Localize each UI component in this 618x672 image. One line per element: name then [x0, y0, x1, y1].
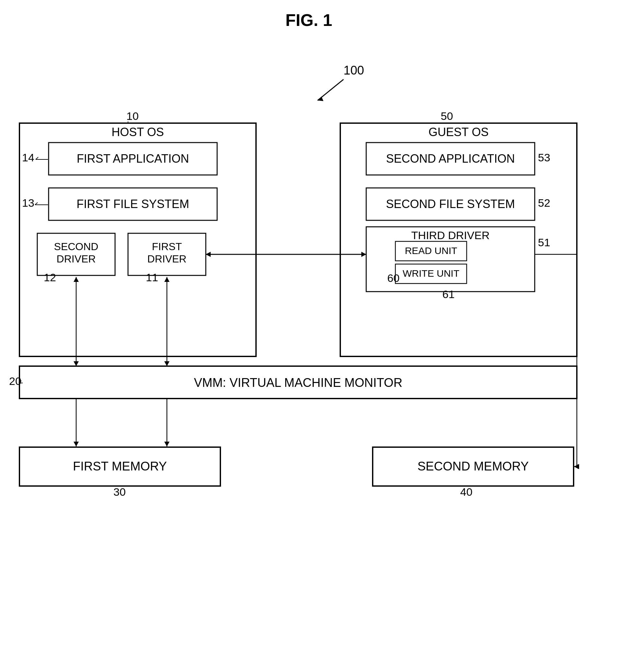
second-file-system-ref: 52 [538, 197, 550, 209]
host-os-label: HOST OS [111, 125, 164, 139]
second-application-ref: 53 [538, 151, 550, 163]
third-driver-label: THIRD DRIVER [411, 229, 490, 241]
first-driver-ref: 11 [146, 271, 158, 284]
second-driver-label-line2: DRIVER [57, 253, 96, 265]
second-file-system-label: SECOND FILE SYSTEM [386, 197, 515, 211]
first-application-label: FIRST APPLICATION [77, 152, 189, 165]
diagram-ref-100: 100 [343, 64, 364, 77]
svg-marker-16 [74, 442, 79, 446]
svg-marker-1 [318, 97, 323, 101]
first-memory-ref: 30 [113, 486, 126, 498]
second-memory-label: SECOND MEMORY [417, 459, 529, 473]
read-unit-label: READ UNIT [405, 245, 457, 256]
svg-marker-30 [164, 277, 170, 282]
svg-marker-28 [574, 464, 578, 469]
second-application-label: SECOND APPLICATION [386, 152, 515, 165]
first-driver-label-line1: FIRST [152, 241, 182, 252]
svg-line-4 [36, 157, 38, 159]
second-driver-ref: 12 [44, 271, 56, 284]
first-file-system-ref: 13 [22, 197, 34, 209]
svg-marker-29 [74, 277, 79, 282]
write-unit-ref: 61 [442, 288, 455, 300]
first-memory-label: FIRST MEMORY [73, 459, 167, 473]
guest-os-ref: 50 [441, 110, 453, 122]
write-unit-label: WRITE UNIT [403, 268, 459, 278]
svg-marker-11 [362, 252, 366, 257]
guest-os-label: GUEST OS [428, 125, 488, 139]
third-driver-ref: 51 [538, 236, 550, 248]
first-application-ref: 14 [22, 151, 34, 163]
read-unit-ref: 60 [387, 272, 400, 284]
diagram-container: FIG. 1 100 HOST OS 10 FIRST APPLICATION … [0, 0, 618, 672]
host-os-ref: 10 [126, 110, 139, 122]
svg-marker-12 [206, 252, 211, 257]
figure-title: FIG. 1 [286, 11, 332, 29]
vmm-label: VMM: VIRTUAL MACHINE MONITOR [194, 376, 402, 389]
second-memory-ref: 40 [460, 486, 473, 498]
svg-marker-14 [74, 361, 79, 366]
svg-line-6 [35, 203, 37, 205]
svg-marker-20 [164, 442, 170, 446]
first-driver-label-line2: DRIVER [147, 253, 187, 265]
svg-marker-18 [164, 361, 170, 366]
vmm-ref: 20 [9, 375, 21, 387]
first-file-system-label: FIRST FILE SYSTEM [77, 197, 189, 211]
second-driver-label-line1: SECOND [54, 241, 99, 252]
